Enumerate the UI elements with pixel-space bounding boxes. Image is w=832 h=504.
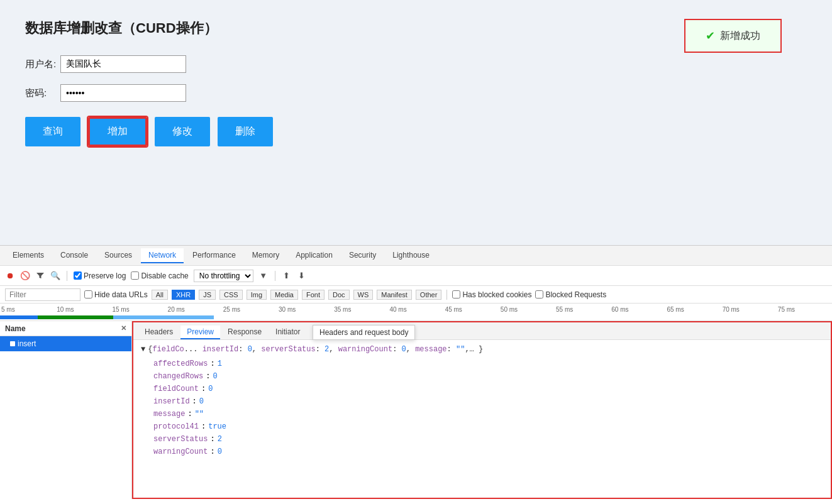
filter-js[interactable]: JS: [199, 290, 216, 300]
filter-media[interactable]: Media: [270, 290, 298, 300]
tab-memory[interactable]: Memory: [245, 248, 287, 263]
json-field-2: fieldCount : 0: [141, 383, 823, 395]
search-icon[interactable]: 🔍: [50, 271, 60, 281]
tl-10ms: 10 ms: [55, 306, 111, 313]
json-key-0: affectedRows: [153, 358, 208, 370]
json-field-7: warningCount : 0: [141, 446, 823, 458]
username-row: 用户名:: [25, 55, 807, 73]
filter-css[interactable]: CSS: [219, 290, 243, 300]
tl-75ms: 75 ms: [777, 306, 832, 313]
json-sep-6: :: [210, 434, 214, 445]
throttle-down-icon[interactable]: ▼: [258, 271, 269, 281]
export-icon[interactable]: ⬇: [297, 271, 307, 281]
json-sep-7: :: [210, 446, 214, 457]
request-type-icon: [10, 341, 15, 346]
json-field-0: affectedRows : 1: [141, 358, 823, 370]
throttling-select[interactable]: No throttling: [194, 270, 253, 282]
json-sep-0: :: [210, 358, 214, 370]
toast-message: 新增成功: [720, 30, 760, 43]
tl-70ms: 70 ms: [721, 306, 777, 313]
filter-other[interactable]: Other: [416, 290, 442, 300]
json-val-2: 0: [208, 383, 213, 395]
filter-all[interactable]: All: [152, 290, 168, 300]
preserve-log-checkbox[interactable]: Preserve log: [74, 271, 126, 280]
tab-application[interactable]: Application: [288, 248, 340, 263]
json-key-6: serverStatus: [153, 434, 208, 445]
filter-ws[interactable]: WS: [353, 290, 374, 300]
filter-input[interactable]: [5, 288, 80, 301]
timeline-progress: [0, 315, 214, 320]
filter-manifest[interactable]: Manifest: [377, 290, 412, 300]
detail-tab-initiator[interactable]: Initiator: [269, 326, 306, 339]
response-content: ▼ {fieldCo... insertId: 0, serverStatus:…: [133, 340, 831, 498]
tab-elements[interactable]: Elements: [5, 248, 52, 263]
tab-network[interactable]: Network: [141, 248, 184, 263]
detail-tab-headers[interactable]: Headers: [138, 326, 179, 339]
tl-50ms: 50 ms: [499, 306, 555, 313]
sep1: [67, 271, 67, 281]
tl-35ms: 35 ms: [333, 306, 388, 313]
json-sep-5: :: [201, 421, 206, 432]
filter-xhr[interactable]: XHR: [172, 290, 195, 300]
request-row[interactable]: insert: [0, 336, 131, 351]
json-val-3: 0: [199, 396, 204, 407]
json-sep-2: :: [201, 383, 206, 395]
json-key-5: protocol41: [153, 421, 199, 432]
close-detail-icon[interactable]: ✕: [121, 324, 126, 332]
tab-lighthouse[interactable]: Lighthouse: [385, 248, 437, 263]
json-val-6: 2: [218, 434, 222, 445]
disable-cache-checkbox[interactable]: Disable cache: [131, 271, 188, 280]
import-icon[interactable]: ⬆: [282, 271, 292, 281]
tab-sources[interactable]: Sources: [97, 248, 140, 263]
name-column: Name ✕ insert: [0, 321, 132, 499]
edit-button[interactable]: 修改: [155, 117, 210, 146]
detail-panel: Headers Preview Response Initiator Timin…: [132, 321, 832, 499]
json-sep-3: :: [192, 396, 197, 407]
devtools-tabs: Elements Console Sources Network Perform…: [0, 246, 832, 266]
sep2: [275, 271, 275, 281]
username-label: 用户名:: [25, 58, 57, 70]
password-row: 密码:: [25, 84, 807, 102]
filter-bar: Hide data URLs All XHR JS CSS Img Media …: [0, 286, 832, 304]
tl-45ms: 45 ms: [444, 306, 499, 313]
tab-performance[interactable]: Performance: [185, 248, 243, 263]
json-field-4: message : "": [141, 408, 823, 420]
add-button[interactable]: 增加: [88, 117, 147, 146]
json-key-4: message: [153, 408, 185, 420]
stop-icon[interactable]: 🚫: [20, 271, 30, 281]
tab-security[interactable]: Security: [341, 248, 384, 263]
tab-console[interactable]: Console: [53, 248, 96, 263]
tl-60ms: 60 ms: [610, 306, 665, 313]
success-toast: ✔ 新增成功: [684, 19, 782, 53]
timeline-labels: 5 ms 10 ms 15 ms 20 ms 25 ms 30 ms 35 ms…: [0, 304, 832, 313]
tl-40ms: 40 ms: [388, 306, 443, 313]
blocked-requests-checkbox[interactable]: Blocked Requests: [535, 290, 606, 299]
delete-button[interactable]: 删除: [218, 117, 273, 146]
detail-tab-response[interactable]: Response: [221, 326, 268, 339]
json-key-3: insertId: [153, 396, 190, 407]
detail-tabs: Headers Preview Response Initiator Timin…: [133, 322, 831, 340]
password-input[interactable]: [60, 84, 186, 102]
record-icon[interactable]: ⏺: [5, 271, 15, 281]
filter-icon[interactable]: [35, 271, 45, 281]
tl-20ms: 20 ms: [167, 306, 222, 313]
json-sep-1: :: [206, 371, 210, 382]
json-field-1: changedRows : 0: [141, 370, 823, 383]
query-button[interactable]: 查询: [25, 117, 80, 146]
progress-green: [38, 315, 113, 319]
json-val-5: true: [208, 421, 226, 432]
tl-30ms: 30 ms: [277, 306, 333, 313]
has-blocked-checkbox[interactable]: Has blocked cookies: [452, 290, 531, 299]
filter-font[interactable]: Font: [302, 290, 324, 300]
request-name: insert: [18, 339, 36, 348]
hide-data-urls-checkbox[interactable]: Hide data URLs: [84, 290, 148, 299]
sep3: [447, 290, 447, 300]
devtools-toolbar: ⏺ 🚫 🔍 Preserve log Disable cache No thro…: [0, 266, 832, 286]
progress-blue: [0, 315, 38, 319]
name-col-label: Name: [5, 324, 26, 333]
filter-img[interactable]: Img: [247, 290, 267, 300]
detail-tab-preview[interactable]: Preview: [180, 326, 220, 339]
json-val-4: "": [195, 408, 204, 420]
filter-doc[interactable]: Doc: [328, 290, 350, 300]
username-input[interactable]: [60, 55, 186, 73]
